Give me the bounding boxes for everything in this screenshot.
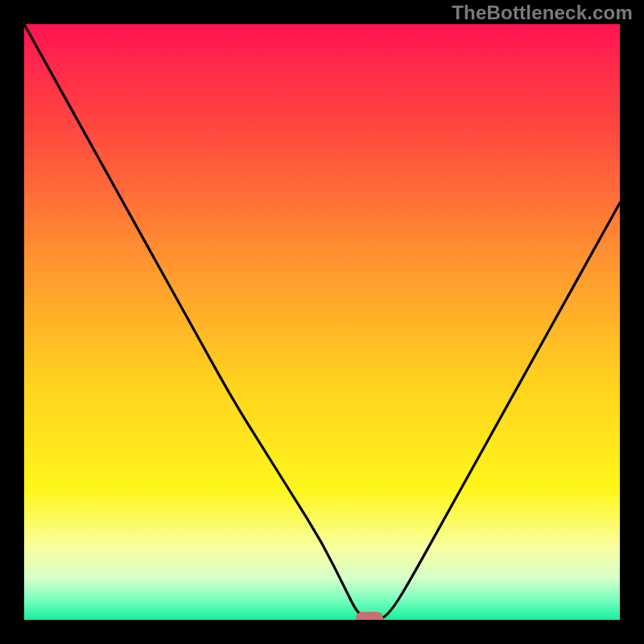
chart-frame: TheBottleneck.com (0, 0, 644, 644)
optimal-marker (356, 612, 383, 620)
bottleneck-curve (24, 24, 620, 620)
watermark-text: TheBottleneck.com (452, 2, 633, 24)
plot-area (24, 24, 620, 620)
